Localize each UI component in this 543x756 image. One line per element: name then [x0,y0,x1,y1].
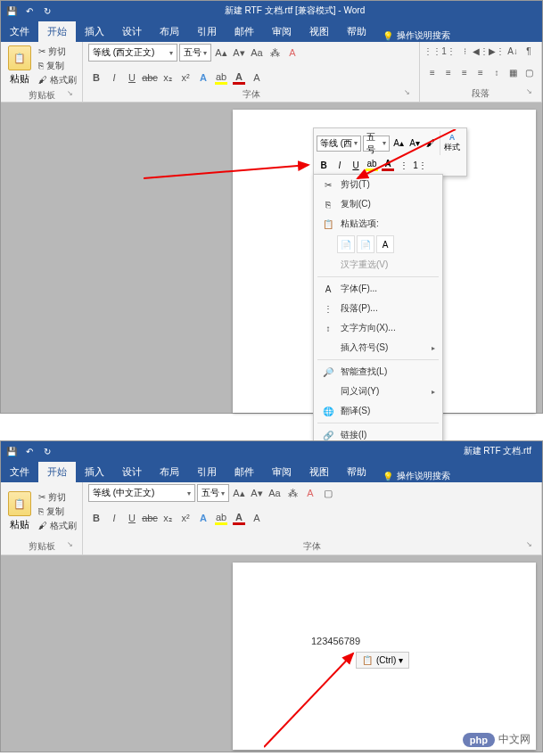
expand-icon[interactable]: ↘ [526,87,532,95]
subscript-button[interactable]: x₂ [160,509,176,527]
expand-icon[interactable]: ↘ [404,88,410,96]
line-spacing-button[interactable]: ↕ [490,65,504,79]
font-color-button[interactable]: A [231,509,247,527]
expand-icon[interactable]: ↘ [67,89,73,97]
undo-icon[interactable]: ↶ [24,446,35,456]
paste-button[interactable]: 📋 粘贴 [6,489,33,533]
tab-layout[interactable]: 布局 [151,462,188,482]
ctx-paragraph[interactable]: ⋮段落(P)... [314,299,442,318]
grow-font-button[interactable]: A▴ [213,44,229,62]
ctx-copy[interactable]: ⎘复制(C) [314,194,442,214]
ctx-font[interactable]: A字体(F)... [314,279,442,299]
paste-options-button[interactable]: 📋 (Ctrl) ▾ [356,652,409,669]
char-border-button[interactable]: ▢ [320,484,336,502]
tab-design[interactable]: 设计 [113,462,151,482]
phonetic-button[interactable]: ⁂ [284,484,300,502]
superscript-button[interactable]: x² [177,69,193,86]
phonetic-button[interactable]: ⁂ [267,44,283,62]
save-icon[interactable]: 💾 [6,446,17,456]
underline-button[interactable]: U [124,69,140,86]
tab-home[interactable]: 开始 [38,21,76,42]
tab-view[interactable]: 视图 [300,462,338,482]
tab-insert[interactable]: 插入 [76,21,113,42]
expand-icon[interactable]: ↘ [526,540,532,548]
ctx-translate[interactable]: 🌐翻译(S) [314,401,442,421]
superscript-button[interactable]: x² [177,509,193,527]
multilevel-button[interactable]: ⁝ [457,44,472,58]
paste-text-only-button[interactable]: A [376,235,394,253]
tab-references[interactable]: 引用 [188,21,226,42]
tab-file[interactable]: 文件 [1,21,38,42]
save-icon[interactable]: 💾 [6,5,17,16]
text-effects-button[interactable]: A [195,69,211,86]
shrink-font-button[interactable]: A▾ [249,484,265,502]
align-left-button[interactable]: ≡ [425,65,440,79]
expand-icon[interactable]: ↘ [67,540,73,548]
justify-button[interactable]: ≡ [473,65,488,79]
subscript-button[interactable]: x₂ [160,69,176,86]
align-center-button[interactable]: ≡ [441,65,456,79]
strike-button[interactable]: abc [142,69,158,86]
font-name-combo[interactable]: 等线 (中文正文)▾ [88,484,195,502]
bold-button[interactable]: B [88,509,104,527]
tab-help[interactable]: 帮助 [338,21,375,42]
ctx-insert-symbol[interactable]: 插入符号(S)▸ [314,338,442,357]
tab-review[interactable]: 审阅 [263,21,300,42]
ctx-smart-lookup[interactable]: 🔎智能查找(L) [314,362,442,382]
tell-me-search[interactable]: 💡操作说明搜索 [375,470,457,482]
clear-format-button[interactable]: A [284,44,300,62]
paste-keep-source-button[interactable]: 📄 [337,235,355,253]
tab-file[interactable]: 文件 [1,462,38,482]
tell-me-search[interactable]: 💡操作说明搜索 [375,29,457,42]
ctx-synonyms[interactable]: 同义词(Y)▸ [314,382,442,401]
shrink-font-button[interactable]: A▾ [231,44,247,62]
bullets-button[interactable]: ⋮⋮ [425,44,440,58]
tab-home[interactable]: 开始 [38,462,76,482]
italic-button[interactable]: I [106,69,122,86]
tab-references[interactable]: 引用 [188,462,226,482]
bold-button[interactable]: B [88,69,104,86]
format-painter-button[interactable]: 🖌格式刷 [38,520,77,532]
tab-layout[interactable]: 布局 [151,21,188,42]
tab-view[interactable]: 视图 [300,21,338,42]
highlight-button[interactable]: ab [213,69,229,86]
paste-button[interactable]: 📋 粘贴 [6,44,33,87]
char-shading-button[interactable]: A [249,509,265,527]
tab-mail[interactable]: 邮件 [226,462,263,482]
clear-format-button[interactable]: A [302,484,318,502]
change-case-button[interactable]: Aa [249,44,265,62]
decrease-indent-button[interactable]: ◀⋮ [473,44,488,58]
shading-button[interactable]: ▦ [506,65,520,79]
change-case-button[interactable]: Aa [267,484,283,502]
cut-button[interactable]: ✂剪切 [38,491,77,504]
font-size-combo[interactable]: 五号▾ [179,44,211,62]
grow-font-button[interactable]: A▴ [231,484,247,502]
show-marks-button[interactable]: ¶ [522,44,536,58]
underline-button[interactable]: U [124,509,140,527]
borders-button[interactable]: ▢ [522,65,536,79]
tab-review[interactable]: 审阅 [263,462,300,482]
tab-help[interactable]: 帮助 [338,462,375,482]
mini-italic[interactable]: I [333,157,347,173]
copy-button[interactable]: ⎘复制 [38,505,77,518]
highlight-button[interactable]: ab [213,509,229,527]
tab-design[interactable]: 设计 [113,21,151,42]
strike-button[interactable]: abc [142,509,158,527]
tab-insert[interactable]: 插入 [76,462,113,482]
increase-indent-button[interactable]: ▶⋮ [490,44,504,58]
font-name-combo[interactable]: 等线 (西文正文)▾ [88,44,177,62]
char-shading-button[interactable]: A [249,69,265,86]
undo-icon[interactable]: ↶ [24,5,35,16]
format-painter-button[interactable]: 🖌格式刷 [38,74,77,86]
redo-icon[interactable]: ↻ [42,446,53,456]
text-effects-button[interactable]: A [195,509,211,527]
ctx-text-direction[interactable]: ↕文字方向(X)... [314,318,442,338]
tab-mail[interactable]: 邮件 [226,21,263,42]
copy-button[interactable]: ⎘复制 [38,60,77,72]
redo-icon[interactable]: ↻ [42,5,53,16]
numbering-button[interactable]: 1⋮ [441,44,456,58]
paste-merge-button[interactable]: 📄 [357,235,374,253]
sort-button[interactable]: A↓ [506,44,520,58]
italic-button[interactable]: I [106,509,122,527]
font-color-button[interactable]: A [231,69,247,86]
